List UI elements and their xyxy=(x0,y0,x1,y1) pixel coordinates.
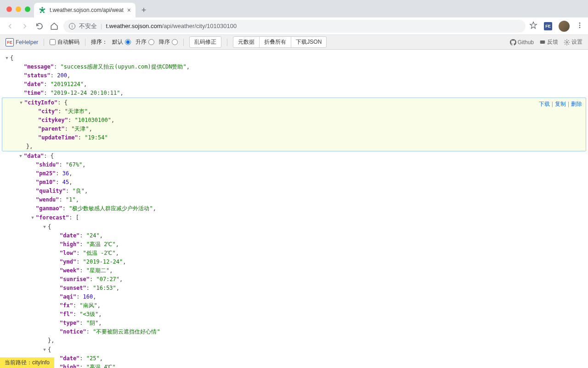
json-kv[interactable]: "date": "24", xyxy=(0,231,588,240)
json-kv[interactable]: "notice": "不要被阴云遮挡住好心情" xyxy=(0,328,588,336)
json-kv[interactable]: "high": "高温 4℃", xyxy=(0,363,588,368)
feedback-link[interactable]: 反馈 xyxy=(539,38,558,46)
url-bar[interactable]: i 不安全 | t.weather.sojson.com/api/weather… xyxy=(63,20,526,33)
raw-data-button[interactable]: 元数据 xyxy=(233,36,260,48)
json-kv[interactable]: "quality": "良", xyxy=(0,187,588,196)
json-kv[interactable]: "data": { xyxy=(0,151,588,161)
json-kv[interactable]: "ymd": "2019-12-24", xyxy=(0,258,588,266)
json-kv[interactable]: "aqi": 160, xyxy=(0,293,588,301)
collapse-caret-icon[interactable] xyxy=(41,345,48,354)
svg-point-1 xyxy=(41,7,43,8)
divider xyxy=(183,39,184,46)
new-tab-button[interactable]: + xyxy=(137,4,150,17)
svg-point-6 xyxy=(579,23,581,24)
tab-close-button[interactable]: × xyxy=(127,6,131,14)
home-button[interactable] xyxy=(49,21,60,32)
json-viewer: { "message": "success感谢又拍云(upyun.com)提供C… xyxy=(0,50,588,368)
json-close-brace[interactable]: }, xyxy=(2,142,586,151)
site-info-icon[interactable]: i xyxy=(69,23,75,29)
json-kv[interactable]: "date": "25", xyxy=(0,354,588,363)
collapse-caret-icon[interactable] xyxy=(4,53,10,63)
svg-point-8 xyxy=(579,27,581,28)
toolbar-right: Github 反馈 设置 xyxy=(510,38,582,46)
json-kv[interactable]: "type": "阴", xyxy=(0,319,588,328)
tab-title: t.weather.sojson.com/api/weat xyxy=(50,7,124,13)
maximize-window-button[interactable] xyxy=(25,6,30,12)
fehelper-logo[interactable]: FE FeHelper xyxy=(6,38,38,46)
browser-tab-strip: t.weather.sojson.com/api/weat × + xyxy=(0,0,588,17)
minimize-window-button[interactable] xyxy=(16,6,21,12)
json-kv[interactable]: "citykey": "101030100", xyxy=(2,116,586,125)
fehelper-extension-icon[interactable]: FE xyxy=(544,22,552,30)
data-button-group: 元数据 折叠所有 下载JSON xyxy=(233,36,327,48)
json-kv[interactable]: "high": "高温 2℃", xyxy=(0,240,588,249)
fehelper-logo-icon: FE xyxy=(6,38,14,46)
fix-encoding-button[interactable]: 乱码修正 xyxy=(189,36,221,48)
browser-right-icons: FE xyxy=(529,21,583,32)
json-kv[interactable]: "pm25": 36, xyxy=(0,169,588,178)
json-kv[interactable]: "message": "success感谢又拍云(upyun.com)提供CDN… xyxy=(0,63,588,71)
svg-rect-9 xyxy=(540,40,545,43)
close-window-button[interactable] xyxy=(6,6,12,12)
window-controls xyxy=(4,6,34,17)
divider xyxy=(44,39,44,46)
json-kv[interactable]: "date": "20191224", xyxy=(0,80,588,89)
json-kv[interactable]: "parent": "天津", xyxy=(2,125,586,133)
collapse-all-button[interactable]: 折叠所有 xyxy=(259,36,291,48)
back-button[interactable] xyxy=(5,21,16,32)
json-kv[interactable]: "low": "低温 -2℃", xyxy=(0,249,588,258)
collapse-caret-icon[interactable] xyxy=(17,151,24,161)
collapse-caret-icon[interactable] xyxy=(41,222,48,231)
svg-point-7 xyxy=(579,25,581,26)
download-link[interactable]: 下载 xyxy=(539,100,550,109)
auto-decode-checkbox[interactable]: 自动解码 xyxy=(50,38,79,46)
highlighted-actions: 下载| 复制| 删除 xyxy=(539,100,582,109)
sort-asc-radio[interactable]: 升序 xyxy=(136,38,154,46)
json-kv[interactable]: "status": 200, xyxy=(0,71,588,80)
json-kv[interactable]: "cityInfo": { xyxy=(2,98,586,107)
reload-button[interactable] xyxy=(34,21,45,32)
json-kv[interactable]: "shidu": "67%", xyxy=(0,161,588,169)
sort-desc-radio[interactable]: 降序 xyxy=(159,38,178,46)
json-kv[interactable]: "sunrise": "07:27", xyxy=(0,275,588,284)
json-kv[interactable]: "updateTime": "19:54" xyxy=(2,133,586,142)
json-kv[interactable]: "forecast": [ xyxy=(0,213,588,222)
json-kv[interactable]: "wendu": "1", xyxy=(0,196,588,204)
json-open-brace[interactable]: { xyxy=(0,222,588,231)
json-open-brace[interactable]: { xyxy=(0,53,588,63)
bookmark-star-icon[interactable] xyxy=(529,21,537,31)
forward-button[interactable] xyxy=(19,21,30,32)
divider xyxy=(227,39,227,46)
security-warning: 不安全 xyxy=(79,22,97,30)
url-text: t.weather.sojson.com/api/weather/city/10… xyxy=(106,23,237,29)
browser-nav-bar: i 不安全 | t.weather.sojson.com/api/weather… xyxy=(0,17,588,35)
divider xyxy=(85,39,85,46)
settings-link[interactable]: 设置 xyxy=(564,38,582,46)
profile-avatar[interactable] xyxy=(559,21,570,32)
json-kv[interactable]: "ganmao": "极少数敏感人群应减少户外活动", xyxy=(0,204,588,213)
json-kv[interactable]: "city": "天津市", xyxy=(2,107,586,116)
svg-point-5 xyxy=(40,8,41,10)
json-kv[interactable]: "fx": "南风", xyxy=(0,301,588,310)
collapse-caret-icon[interactable] xyxy=(18,98,24,107)
json-kv[interactable]: "fl": "<3级", xyxy=(0,310,588,319)
browser-menu-button[interactable] xyxy=(576,22,583,30)
browser-tab[interactable]: t.weather.sojson.com/api/weat × xyxy=(34,3,136,17)
svg-point-4 xyxy=(40,12,41,13)
json-kv[interactable]: "time": "2019-12-24 20:10:11", xyxy=(0,89,588,98)
json-kv[interactable]: "sunset": "16:53", xyxy=(0,284,588,293)
svg-point-2 xyxy=(44,8,45,10)
github-link[interactable]: Github xyxy=(510,39,534,46)
collapse-caret-icon[interactable] xyxy=(29,213,36,222)
json-close-brace[interactable]: }, xyxy=(0,336,588,345)
sort-group: 排序： 默认 升序 降序 xyxy=(91,38,178,46)
copy-link[interactable]: 复制 xyxy=(555,100,566,109)
delete-link[interactable]: 删除 xyxy=(571,100,582,109)
fehelper-toolbar: FE FeHelper 自动解码 排序： 默认 升序 降序 乱码修正 元数据 折… xyxy=(0,35,588,50)
download-json-button[interactable]: 下载JSON xyxy=(291,36,327,48)
json-open-brace[interactable]: { xyxy=(0,345,588,354)
json-kv[interactable]: "pm10": 45, xyxy=(0,178,588,187)
svg-point-0 xyxy=(41,9,44,12)
json-kv[interactable]: "week": "星期二", xyxy=(0,266,588,275)
sort-default-radio[interactable]: 默认 xyxy=(112,38,131,46)
